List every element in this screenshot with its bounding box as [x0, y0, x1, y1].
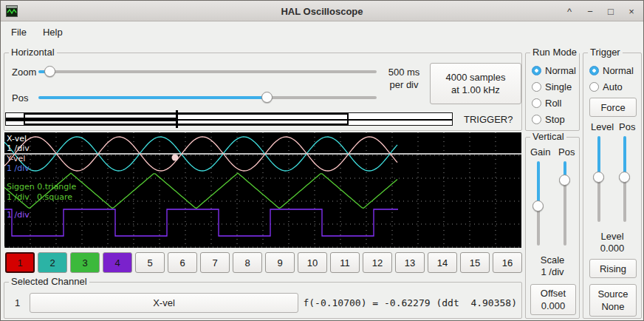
- vertical-pos-handle[interactable]: [559, 175, 570, 186]
- zoom-slider-groove: [38, 70, 377, 73]
- recorded-range-bar: [6, 118, 177, 121]
- scope-channel-label: Y-vel: [7, 155, 25, 163]
- channel-name-button[interactable]: X-vel: [30, 293, 298, 313]
- channel-button-16[interactable]: 16: [493, 252, 522, 273]
- minimize-icon[interactable]: −: [584, 6, 596, 17]
- radio-label: Normal: [545, 65, 576, 76]
- scope-display: X-vel1 /divY-vel1 /divSiggen 0.triangle1…: [4, 132, 521, 248]
- run-mode-group-label: Run Mode: [530, 47, 579, 58]
- channel-button-9[interactable]: 9: [265, 252, 295, 273]
- trigger-group-label: Trigger: [588, 47, 623, 58]
- channel-button-7[interactable]: 7: [200, 252, 230, 273]
- scope-channel-label: 1 /div: [7, 211, 30, 220]
- scope-channel-label: X-vel: [7, 135, 27, 143]
- trigger-normal-radio[interactable]: Normal: [589, 65, 634, 76]
- radio-label: Single: [545, 81, 572, 92]
- gain-slider[interactable]: [532, 160, 545, 247]
- trigger-status-label: TRIGGER?: [464, 114, 513, 125]
- trigger-level-readout-value: 0.000: [583, 243, 641, 254]
- vertical-pos-col-label: Pos: [558, 146, 575, 158]
- trigger-level-handle[interactable]: [593, 172, 604, 183]
- channel-button-12[interactable]: 12: [363, 252, 392, 273]
- pos-slider-groove: [38, 96, 377, 99]
- samples-button[interactable]: 4000 samples at 1.00 kHz: [430, 63, 521, 104]
- app-window: HAL Oscilloscope ^ − □ × File Help Horiz…: [0, 0, 644, 321]
- radio-off-icon: [589, 82, 599, 92]
- menubar: File Help: [1, 22, 643, 41]
- samples-line1: 4000 samples: [446, 71, 506, 84]
- close-icon[interactable]: ×: [626, 6, 637, 17]
- trigger-level-slider[interactable]: [592, 135, 606, 223]
- force-button[interactable]: Force: [589, 98, 637, 117]
- trigger-auto-radio[interactable]: Auto: [589, 81, 623, 92]
- scale-value: 1 /div: [526, 266, 579, 277]
- trigger-pos-col-label: Pos: [619, 121, 635, 132]
- channel-button-4[interactable]: 4: [103, 252, 132, 273]
- scope-channel-label: 1 /div: [7, 164, 30, 173]
- channel-button-3[interactable]: 3: [70, 252, 100, 273]
- radio-off-icon: [532, 82, 541, 92]
- force-button-label: Force: [600, 102, 625, 113]
- record-baseline: [177, 119, 452, 121]
- channel-name-label: X-vel: [153, 297, 175, 308]
- zoom-slider-handle[interactable]: [44, 66, 55, 77]
- pos-label: Pos: [12, 92, 28, 104]
- channel-button-11[interactable]: 11: [330, 252, 360, 273]
- offset-button[interactable]: Offset 0.000: [530, 284, 576, 315]
- run-mode-roll-radio[interactable]: Roll: [532, 98, 561, 109]
- menu-file[interactable]: File: [11, 27, 27, 38]
- gain-slider-handle[interactable]: [532, 200, 544, 212]
- trigger-pos-handle[interactable]: [619, 172, 630, 183]
- timebase-line2: per div: [389, 78, 418, 91]
- run-mode-single-radio[interactable]: Single: [532, 81, 572, 92]
- channel-button-15[interactable]: 15: [460, 252, 490, 273]
- trigger-level-readout-label: Level: [583, 231, 641, 242]
- pos-slider[interactable]: [37, 91, 378, 104]
- menu-help[interactable]: Help: [43, 27, 63, 38]
- record-position-bar: [5, 112, 453, 126]
- scope-channel-label: 0.square: [37, 193, 72, 202]
- channel-button-14[interactable]: 14: [428, 252, 457, 273]
- maximize-icon[interactable]: □: [605, 6, 617, 17]
- offset-value: 0.000: [541, 300, 566, 312]
- selected-channel-number: 1: [15, 297, 20, 308]
- trigger-source-label: Source: [597, 288, 628, 300]
- pos-slider-handle[interactable]: [261, 92, 273, 103]
- channel-button-13[interactable]: 13: [395, 252, 425, 273]
- run-mode-group: Run Mode Normal Single Roll Stop: [525, 53, 580, 131]
- trigger-level-col-label: Level: [591, 121, 614, 132]
- run-mode-normal-radio[interactable]: Normal: [532, 65, 576, 76]
- run-mode-stop-radio[interactable]: Stop: [532, 114, 565, 125]
- gain-col-label: Gain: [530, 146, 550, 158]
- selected-channel-group-label: Selected Channel: [9, 276, 89, 287]
- trigger-pos-slider[interactable]: [618, 135, 631, 223]
- channel-button-8[interactable]: 8: [233, 252, 262, 273]
- zoom-slider[interactable]: [37, 65, 378, 78]
- vertical-group-label: Vertical: [530, 131, 566, 142]
- window-controls: ^ − □ ×: [564, 1, 637, 21]
- channel-button-1[interactable]: 1: [5, 252, 35, 273]
- timebase-line1: 500 ms: [388, 66, 420, 78]
- scope-channel-label: 1 /div: [7, 144, 30, 153]
- radio-off-icon: [532, 98, 541, 108]
- trigger-source-button[interactable]: Source None: [589, 284, 637, 317]
- horizontal-group: Horizontal Zoom 500 ms per div 4000 samp…: [4, 53, 522, 131]
- trigger-position-tick: [176, 110, 178, 128]
- trace-square-purple: [4, 209, 398, 236]
- radio-label: Stop: [545, 114, 565, 125]
- scope-channel-label: Siggen 0.triangle: [7, 183, 76, 192]
- titlebar: HAL Oscilloscope ^ − □ ×: [1, 1, 643, 21]
- radio-label: Auto: [603, 81, 623, 92]
- trigger-edge-button[interactable]: Rising: [589, 259, 637, 278]
- vertical-pos-slider[interactable]: [558, 160, 572, 247]
- shade-icon[interactable]: ^: [564, 6, 575, 17]
- scope-canvas: [4, 132, 521, 248]
- zoom-label: Zoom: [12, 67, 36, 78]
- trigger-group: Trigger Normal Auto Force Level Pos Leve…: [583, 53, 642, 319]
- selected-channel-group: Selected Channel 1 X-vel f(-0.10700) = -…: [4, 282, 522, 319]
- channel-button-5[interactable]: 5: [135, 252, 165, 273]
- channel-button-2[interactable]: 2: [38, 252, 67, 273]
- channel-button-6[interactable]: 6: [168, 252, 197, 273]
- offset-label: Offset: [541, 287, 566, 300]
- channel-button-10[interactable]: 10: [298, 252, 327, 273]
